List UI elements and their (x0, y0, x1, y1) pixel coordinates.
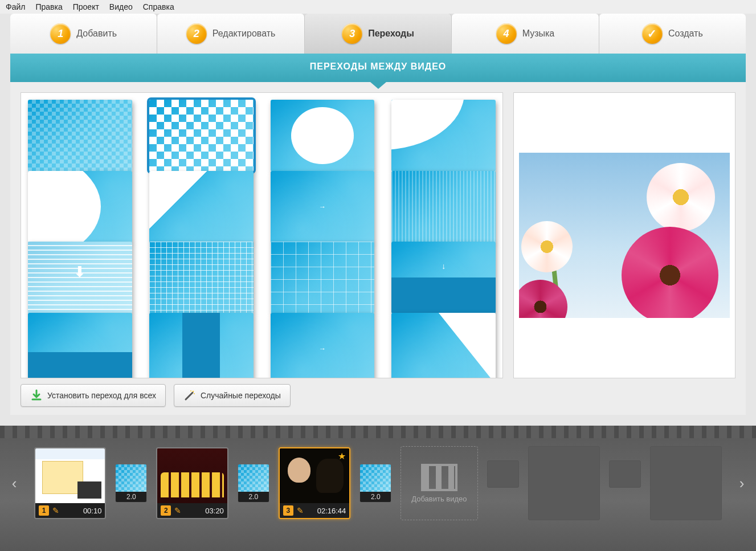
clip-thumbnail (35, 448, 105, 503)
timeline-transition[interactable]: 2.0 (115, 464, 147, 503)
transition-thumb[interactable]: ←→ (149, 313, 254, 378)
clip-number: 3 (283, 505, 293, 516)
timeline-track: ‹ 1 ✎ 00:10 2.0 2 ✎ 03:20 2.0 (0, 438, 756, 528)
step-music[interactable]: 4 Музыка (452, 14, 599, 54)
wizard-steps: 1 Добавить 2 Редактировать 3 Переходы 4 … (10, 14, 746, 54)
film-perforation-decoration (0, 426, 756, 438)
svg-point-1 (194, 393, 195, 394)
transition-duration: 2.0 (238, 492, 269, 502)
add-video-button[interactable]: Добавить видео (401, 446, 477, 520)
magic-wand-icon (183, 389, 196, 402)
preview-panel (513, 92, 735, 378)
button-label: Случайные переходы (201, 391, 281, 400)
svg-point-0 (193, 391, 194, 393)
clip-duration: 03:20 (205, 507, 224, 515)
menu-help[interactable]: Справка (143, 2, 174, 11)
transition-duration: 2.0 (360, 492, 391, 502)
empty-transition-slot (487, 460, 519, 488)
step-label: Переходы (368, 28, 414, 39)
clip-number: 1 (39, 505, 49, 516)
svg-point-2 (190, 390, 191, 391)
timeline-transition[interactable]: 2.0 (359, 464, 391, 503)
content-area: ✥↗✥↗→⬇↓←→→↷ (10, 82, 746, 378)
transition-thumb[interactable] (149, 100, 254, 172)
timeline-clip[interactable]: ★ 3 ✎ 02:16:44 (279, 447, 350, 519)
step-label: Редактировать (213, 28, 276, 39)
step-create[interactable]: ✓ Создать (599, 14, 746, 54)
empty-clip-slot (528, 446, 600, 520)
transition-chip-thumb (238, 464, 269, 492)
gallery-scroll[interactable]: ✥↗✥↗→⬇↓←→→↷ (21, 93, 502, 378)
star-icon: ★ (338, 451, 346, 462)
transition-thumb[interactable]: ↗ (149, 171, 254, 243)
download-arrow-icon (30, 389, 43, 402)
clip-footer: 3 ✎ 02:16:44 (280, 503, 349, 518)
transition-thumb[interactable]: ↷ (391, 313, 496, 378)
menu-project[interactable]: Проект (73, 2, 99, 11)
transition-thumb[interactable]: ⬇ (28, 242, 132, 313)
timeline-transition[interactable]: 2.0 (238, 464, 269, 503)
empty-transition-slot (609, 460, 641, 488)
transition-thumb[interactable]: ✥ (271, 100, 375, 172)
transition-thumb[interactable]: ↓ (391, 242, 496, 313)
step-transitions[interactable]: 3 Переходы (305, 14, 452, 54)
banner-title: ПЕРЕХОДЫ МЕЖДУ ВИДЕО (310, 62, 447, 71)
empty-clip-slot (650, 446, 722, 520)
button-label: Установить переход для всех (47, 391, 156, 400)
menu-bar: Файл Правка Проект Видео Справка (0, 0, 756, 14)
transition-thumb[interactable] (28, 313, 132, 378)
film-strip-icon (421, 464, 457, 491)
step-number-icon: 4 (496, 23, 517, 44)
transition-thumb[interactable]: ↗ (391, 100, 496, 172)
section-banner: ПЕРЕХОДЫ МЕЖДУ ВИДЕО (10, 54, 746, 82)
clip-number: 2 (161, 505, 171, 516)
transition-thumb[interactable] (28, 100, 132, 172)
transitions-gallery: ✥↗✥↗→⬇↓←→→↷ (21, 92, 503, 378)
clip-duration: 02:16:44 (317, 507, 346, 515)
menu-edit[interactable]: Правка (35, 2, 62, 11)
transition-chip-thumb (116, 464, 146, 492)
timeline: ‹ 1 ✎ 00:10 2.0 2 ✎ 03:20 2.0 (0, 426, 756, 551)
step-label: Добавить (76, 28, 117, 39)
timeline-next-button[interactable]: › (733, 466, 750, 500)
random-transitions-button[interactable]: Случайные переходы (174, 384, 291, 407)
pencil-icon[interactable]: ✎ (52, 506, 59, 515)
step-label: Создать (668, 28, 703, 39)
step-edit[interactable]: 2 Редактировать (157, 14, 304, 54)
clip-thumbnail: ★ (280, 448, 349, 503)
step-number-icon: 1 (50, 23, 71, 44)
transition-thumb[interactable]: ✥ (28, 171, 132, 243)
transition-thumb[interactable] (391, 171, 496, 243)
step-add[interactable]: 1 Добавить (10, 14, 157, 54)
apply-to-all-button[interactable]: Установить переход для всех (21, 384, 166, 407)
transition-duration: 2.0 (116, 492, 146, 502)
timeline-clip[interactable]: 2 ✎ 03:20 (156, 447, 228, 519)
transition-thumb[interactable] (149, 242, 254, 313)
check-icon: ✓ (642, 23, 663, 44)
menu-video[interactable]: Видео (109, 2, 133, 11)
transition-thumb[interactable] (271, 242, 375, 313)
step-number-icon: 2 (186, 23, 207, 44)
transition-chip-thumb (360, 464, 391, 492)
timeline-prev-button[interactable]: ‹ (6, 466, 23, 500)
step-label: Музыка (522, 28, 555, 39)
clip-footer: 2 ✎ 03:20 (157, 503, 227, 518)
clip-thumbnail (157, 448, 227, 503)
preview-image (519, 153, 730, 318)
step-number-icon: 3 (342, 23, 362, 44)
transition-thumb[interactable]: → (271, 171, 375, 243)
transition-thumb[interactable]: → (271, 313, 375, 378)
action-bar: Установить переход для всех Случайные пе… (10, 378, 746, 415)
timeline-clip[interactable]: 1 ✎ 00:10 (34, 447, 106, 519)
pencil-icon[interactable]: ✎ (174, 506, 181, 515)
menu-file[interactable]: Файл (6, 2, 25, 11)
clip-footer: 1 ✎ 00:10 (35, 503, 105, 518)
pencil-icon[interactable]: ✎ (297, 506, 304, 515)
add-video-label: Добавить видео (411, 495, 467, 503)
clip-duration: 00:10 (83, 507, 102, 515)
